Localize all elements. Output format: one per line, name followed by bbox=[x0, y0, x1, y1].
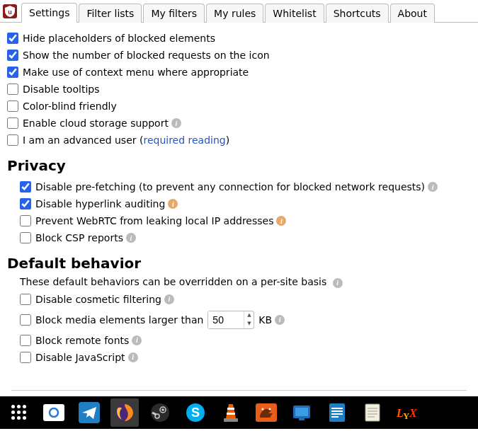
tab-my-filters[interactable]: My filters bbox=[143, 4, 205, 23]
tab-my-rules[interactable]: My rules bbox=[206, 4, 263, 23]
remote-fonts-label: Block remote fonts bbox=[35, 335, 129, 346]
tab-shortcuts[interactable]: Shortcuts bbox=[326, 4, 389, 23]
info-icon[interactable]: i bbox=[428, 182, 438, 192]
svg-text:S: S bbox=[191, 406, 200, 420]
tab-about[interactable]: About bbox=[390, 4, 435, 23]
tab-filter-lists[interactable]: Filter lists bbox=[79, 4, 142, 23]
tab-bar: u Settings Filter lists My filters My ru… bbox=[0, 0, 478, 23]
info-icon[interactable]: i bbox=[128, 352, 138, 362]
required-reading-link[interactable]: required reading bbox=[143, 134, 225, 146]
hyperlink-audit-checkbox[interactable] bbox=[20, 198, 31, 209]
svg-rect-25 bbox=[365, 404, 380, 421]
svg-rect-23 bbox=[331, 413, 343, 415]
svg-point-16 bbox=[269, 408, 271, 410]
svg-rect-13 bbox=[224, 418, 238, 422]
spinner-buttons: ▲ ▼ bbox=[244, 311, 254, 328]
info-icon[interactable]: i bbox=[168, 199, 178, 209]
info-icon[interactable]: i bbox=[164, 294, 174, 304]
color-blind-label: Color-blind friendly bbox=[23, 100, 117, 112]
svg-rect-21 bbox=[331, 408, 343, 409]
svg-rect-19 bbox=[299, 418, 305, 420]
show-count-label: Show the number of blocked requests on t… bbox=[23, 50, 270, 61]
info-icon[interactable]: i bbox=[171, 118, 181, 128]
disable-prefetch-checkbox[interactable] bbox=[20, 181, 31, 193]
advanced-user-label: I am an advanced user (required reading) bbox=[23, 134, 229, 146]
disable-js-checkbox[interactable] bbox=[20, 352, 31, 363]
steam-icon[interactable] bbox=[146, 398, 174, 427]
cloud-storage-label: Enable cloud storage support bbox=[23, 117, 169, 129]
csp-label: Block CSP reports bbox=[35, 232, 123, 243]
separator bbox=[11, 390, 467, 391]
ublock-icon: u bbox=[3, 4, 17, 18]
screenshot-icon[interactable] bbox=[40, 398, 68, 427]
webrtc-label: Prevent WebRTC from leaking local IP add… bbox=[35, 215, 273, 226]
disable-prefetch-label: Disable pre-fetching (to prevent any con… bbox=[35, 181, 425, 193]
svg-rect-24 bbox=[331, 416, 338, 418]
apps-launcher-icon[interactable] bbox=[4, 398, 33, 427]
block-media-checkbox[interactable] bbox=[20, 314, 31, 326]
info-icon[interactable]: i bbox=[275, 315, 285, 325]
svg-rect-22 bbox=[331, 410, 343, 412]
svg-rect-20 bbox=[329, 403, 345, 422]
disable-js-label: Disable JavaScript bbox=[35, 352, 125, 363]
firefox-icon[interactable] bbox=[110, 398, 139, 427]
media-size-input[interactable] bbox=[208, 311, 244, 328]
advanced-user-checkbox[interactable] bbox=[7, 134, 18, 146]
libreoffice-writer-icon[interactable] bbox=[323, 398, 351, 427]
svg-rect-1 bbox=[43, 404, 64, 421]
notes-icon[interactable] bbox=[358, 398, 387, 427]
cosmetic-filtering-checkbox[interactable] bbox=[20, 294, 31, 305]
context-menu-label: Make use of context menu where appropria… bbox=[23, 67, 249, 78]
media-size-field: ▲ ▼ bbox=[207, 311, 254, 329]
show-count-checkbox[interactable] bbox=[7, 50, 18, 61]
foxit-icon[interactable] bbox=[252, 398, 280, 427]
hide-placeholders-checkbox[interactable] bbox=[7, 33, 18, 44]
spinner-up[interactable]: ▲ bbox=[244, 311, 254, 320]
color-blind-checkbox[interactable] bbox=[7, 100, 18, 112]
remote-fonts-checkbox[interactable] bbox=[20, 335, 31, 346]
hide-placeholders-label: Hide placeholders of blocked elements bbox=[23, 33, 215, 44]
webrtc-checkbox[interactable] bbox=[20, 215, 31, 226]
csp-checkbox[interactable] bbox=[20, 232, 31, 243]
svg-rect-12 bbox=[227, 413, 235, 415]
svg-text:u: u bbox=[8, 8, 12, 16]
cloud-storage-checkbox[interactable] bbox=[7, 117, 18, 129]
cosmetic-filtering-label: Disable cosmetic filtering bbox=[35, 294, 161, 305]
vlc-icon[interactable] bbox=[217, 398, 245, 427]
media-size-unit: KB bbox=[258, 314, 272, 326]
info-icon[interactable]: i bbox=[333, 278, 343, 288]
tab-settings[interactable]: Settings bbox=[21, 3, 77, 23]
privacy-heading: Privacy bbox=[7, 157, 471, 174]
telegram-icon[interactable] bbox=[75, 398, 103, 427]
disable-tooltips-label: Disable tooltips bbox=[23, 84, 99, 95]
block-media-label: Block media elements larger than bbox=[35, 314, 203, 326]
svg-rect-11 bbox=[227, 408, 234, 410]
spinner-down[interactable]: ▼ bbox=[244, 320, 254, 328]
hyperlink-audit-label: Disable hyperlink auditing bbox=[35, 198, 165, 209]
svg-rect-18 bbox=[295, 408, 308, 416]
default-behavior-desc: These default behaviors can be overridde… bbox=[7, 276, 471, 288]
info-icon[interactable]: i bbox=[276, 216, 286, 226]
svg-point-7 bbox=[161, 408, 164, 411]
lyx-icon[interactable]: LYX bbox=[394, 398, 422, 427]
taskbar: S LYX bbox=[0, 396, 478, 429]
context-menu-checkbox[interactable] bbox=[7, 67, 18, 78]
skype-icon[interactable]: S bbox=[181, 398, 210, 427]
svg-point-15 bbox=[262, 408, 264, 410]
settings-panel: Hide placeholders of blocked elements Sh… bbox=[0, 23, 478, 369]
info-icon[interactable]: i bbox=[132, 335, 142, 345]
svg-text:X: X bbox=[409, 407, 417, 419]
tab-whitelist[interactable]: Whitelist bbox=[265, 4, 324, 23]
default-behavior-heading: Default behavior bbox=[7, 255, 471, 272]
disable-tooltips-checkbox[interactable] bbox=[7, 84, 18, 95]
info-icon[interactable]: i bbox=[126, 233, 136, 243]
virtualbox-icon[interactable] bbox=[288, 398, 316, 427]
